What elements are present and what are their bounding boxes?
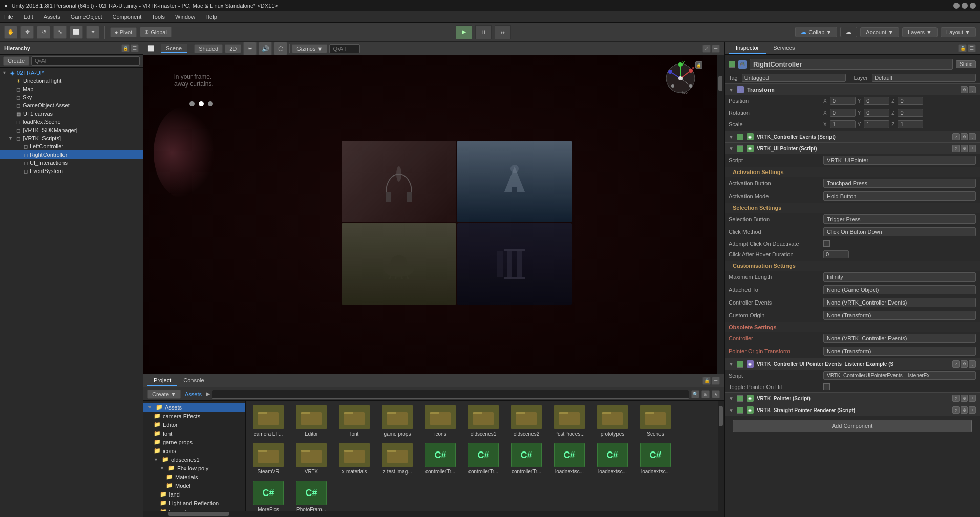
dot-2[interactable] [199, 101, 204, 106]
attached-to-dropdown[interactable]: None (Game Object) [823, 285, 976, 294]
scene-lock-icon[interactable]: 🔒 [695, 61, 702, 69]
controller-events-dropdown[interactable]: None (VRTK_Controller Events) [823, 298, 976, 307]
inspector-menu-icon[interactable]: ☰ [968, 44, 976, 52]
menu-gameobject[interactable]: GameObject [69, 13, 104, 21]
component-checkbox[interactable] [737, 395, 743, 402]
controller-obsolete-dropdown[interactable]: None (VRTK_Controller Events) [823, 334, 976, 343]
project-tree-camera-effects[interactable]: 📁 camera Effects [143, 412, 245, 420]
move-tool-button[interactable]: ✥ [20, 26, 34, 39]
transform-settings-icon[interactable]: ⚙ [961, 86, 968, 93]
asset-item-scenes[interactable]: Scenes [635, 403, 676, 439]
pos-y-input[interactable] [864, 97, 889, 105]
scene-maximize-icon[interactable]: ⤢ [702, 45, 711, 53]
project-tree-editor[interactable]: 📁 Editor [143, 420, 245, 429]
dot-1[interactable] [189, 101, 195, 106]
rot-z-input[interactable] [898, 109, 923, 117]
play-button[interactable]: ▶ [456, 25, 472, 39]
vrtk-pointer-header[interactable]: ▼ ◉ VRTK_Pointer (Script) ? ⚙ ⋮ [725, 393, 980, 404]
pointer-origin-dropdown[interactable]: None (Transform) [823, 347, 976, 356]
tree-item-ui-canvas[interactable]: ▦ UI 1 canvas [0, 110, 143, 118]
asset-item-controller-tr-2[interactable]: C# controllerTr... [463, 441, 504, 477]
pause-button[interactable]: ⏸ [475, 25, 492, 39]
component-overflow-icon[interactable]: ⋮ [969, 360, 976, 368]
audio-icon[interactable]: 🔊 [259, 42, 272, 55]
tree-item-sky[interactable]: ◻ Sky [0, 93, 143, 101]
layers-button[interactable]: Layers ▼ [902, 27, 938, 37]
scale-y-input[interactable] [864, 120, 889, 128]
menu-help[interactable]: Help [203, 13, 219, 21]
go-active-checkbox[interactable] [729, 61, 735, 68]
vrtk-ui-pointer-header[interactable]: ▼ ◉ VRTK_UI Pointer (Script) ? ⚙ ⋮ [725, 143, 980, 154]
go-name-input[interactable] [750, 59, 953, 70]
shading-dropdown[interactable]: Shaded [194, 44, 223, 53]
project-tree-light-reflection[interactable]: 📁 Light and Reflection [143, 499, 245, 507]
transform-header[interactable]: ▼ ⊕ Transform ⚙ ⋮ [725, 84, 980, 95]
asset-item-loadnextsc-1[interactable]: C# loadnextsc... [549, 441, 590, 477]
scene-menu-icon[interactable]: ☰ [712, 45, 720, 53]
component-settings-icon[interactable]: ⚙ [961, 133, 968, 140]
custom-origin-dropdown[interactable]: None (Transform) [823, 311, 976, 320]
scene-search-input[interactable] [329, 44, 360, 53]
star-icon[interactable]: ★ [712, 390, 720, 398]
transform-overflow-icon[interactable]: ⋮ [969, 86, 976, 93]
layer-dropdown[interactable]: Default [872, 74, 976, 82]
tree-item-map[interactable]: ◻ Map [0, 85, 143, 93]
component-overflow-icon[interactable]: ⋮ [969, 395, 976, 402]
scene-tab[interactable]: Scene [161, 44, 187, 53]
tree-item-vrtk-sdkmanager[interactable]: ◻ [VRTK_SDKManager] [0, 126, 143, 134]
asset-item-ztestimages[interactable]: z-test imag... [377, 441, 418, 477]
project-tree-model[interactable]: 📁 Model [143, 481, 245, 490]
project-create-button[interactable]: Create ▼ [147, 390, 181, 399]
search-icon[interactable]: 🔍 [691, 390, 699, 398]
pos-z-input[interactable] [898, 97, 923, 105]
asset-item-steamvr[interactable]: SteamVR [248, 441, 289, 477]
cloud-button[interactable]: ☁ [840, 27, 857, 37]
vrtk-straight-renderer-header[interactable]: ▼ ◉ VRTK_Straight Pointer Renderer (Scri… [725, 404, 980, 416]
minimize-button[interactable] [953, 3, 960, 9]
lighting-icon[interactable]: ☀ [243, 42, 257, 55]
component-checkbox[interactable] [737, 407, 743, 414]
hierarchy-create-button[interactable]: Create [3, 56, 29, 66]
component-overflow-icon[interactable]: ⋮ [969, 406, 976, 414]
tab-inspector[interactable]: Inspector [729, 42, 766, 54]
pivot-button[interactable]: ●Pivot [110, 27, 137, 37]
menu-tools[interactable]: Tools [150, 13, 167, 21]
static-badge[interactable]: Static [956, 60, 976, 68]
maximize-button[interactable] [962, 3, 968, 9]
account-button[interactable]: Account ▼ [860, 27, 899, 37]
project-tree-gameprops[interactable]: 📁 game props [143, 438, 245, 446]
tab-console[interactable]: Console [177, 375, 210, 386]
layout-button[interactable]: Layout ▼ [941, 27, 976, 37]
scale-tool-button[interactable]: ⤡ [53, 26, 67, 39]
rotate-tool-button[interactable]: ↺ [37, 26, 50, 39]
attempt-click-checkbox[interactable] [823, 240, 830, 247]
filter-icon[interactable]: ⊞ [701, 390, 710, 398]
asset-item-vrtk[interactable]: VRTK [291, 441, 332, 477]
component-settings-icon[interactable]: ⚙ [961, 406, 968, 414]
scene-scrollbar[interactable] [717, 55, 724, 374]
component-settings-icon[interactable]: ⚙ [961, 395, 968, 402]
asset-item-editor[interactable]: Editor [291, 403, 332, 439]
step-button[interactable]: ⏭ [495, 25, 511, 39]
component-ref-icon[interactable]: ? [952, 133, 960, 140]
2d-button[interactable]: 2D [225, 44, 241, 53]
tree-item-scene[interactable]: ▼ ◉ 02FRA-UI* [0, 69, 143, 77]
selection-button-dropdown[interactable]: Trigger Press [823, 214, 976, 224]
hierarchy-lock-icon[interactable]: 🔒 [121, 44, 130, 52]
asset-item-oldscenes1[interactable]: oldscenes1 [463, 403, 504, 439]
asset-item-camera-effects[interactable]: camera Eff... [248, 403, 289, 439]
add-component-button[interactable]: Add Component [733, 420, 972, 432]
asset-item-font[interactable]: font [334, 403, 375, 439]
asset-item-icons[interactable]: icons [420, 403, 461, 439]
asset-item-controller-tr-1[interactable]: C# controllerTr... [420, 441, 461, 477]
pos-x-input[interactable] [830, 97, 856, 105]
gizmos-dropdown[interactable]: Gizmos ▼ [292, 44, 327, 53]
component-checkbox[interactable] [737, 145, 743, 152]
close-button[interactable] [970, 3, 976, 9]
collab-button[interactable]: ☁ Collab ▼ [795, 27, 837, 37]
component-ref-icon[interactable]: ? [952, 395, 960, 402]
effects-icon[interactable]: ⬡ [274, 42, 287, 55]
scale-z-input[interactable] [898, 120, 923, 128]
global-button[interactable]: ⊕Global [140, 27, 172, 37]
menu-file[interactable]: File [2, 13, 15, 21]
